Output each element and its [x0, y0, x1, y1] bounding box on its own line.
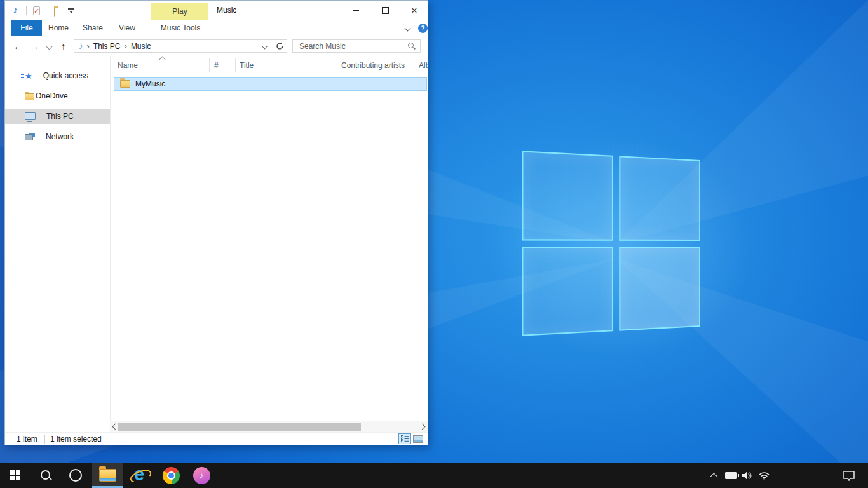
minimize-ribbon-chevron-icon[interactable] — [405, 25, 411, 32]
maximize-icon — [382, 7, 389, 14]
status-bar: 1 item 1 item selected — [5, 432, 428, 445]
tab-share[interactable]: Share — [75, 20, 111, 36]
forward-arrow-icon[interactable]: → — [30, 37, 39, 56]
star-icon: ★ — [25, 71, 32, 81]
taskbar-internet-explorer-button[interactable]: e — [125, 463, 155, 488]
refresh-button[interactable] — [273, 39, 287, 53]
taskbar-itunes-button[interactable]: ♪ — [186, 463, 217, 488]
windows-logo-pane — [619, 247, 700, 331]
file-name: MyMusic — [135, 79, 165, 88]
sidebar-item-label: This PC — [46, 112, 74, 121]
column-header-album[interactable]: Alb — [419, 58, 428, 73]
windows-logo-pane — [522, 151, 613, 240]
tray-battery-button[interactable] — [723, 463, 738, 488]
speaker-icon — [742, 471, 752, 480]
music-note-icon: ♪ — [13, 5, 18, 15]
horizontal-scrollbar[interactable] — [110, 421, 428, 432]
close-icon: × — [411, 5, 417, 17]
folder-icon — [120, 80, 130, 88]
details-view-toggle[interactable] — [398, 433, 411, 444]
recent-locations-chevron-icon[interactable] — [46, 44, 53, 50]
sidebar-item-label: Network — [46, 132, 74, 141]
address-box[interactable]: ♪ › This PC › Music — [74, 39, 273, 53]
file-explorer-window: ♪ ✓ Play Music × File Home Share View Mu… — [4, 0, 428, 445]
ribbon-tab-bar: File Home Share View Music Tools ? — [5, 20, 428, 37]
breadcrumb-chevron-icon: › — [87, 41, 90, 51]
close-button[interactable]: × — [400, 1, 429, 20]
title-bar[interactable]: ♪ ✓ Play Music × — [5, 1, 428, 20]
tray-volume-button[interactable] — [738, 463, 755, 488]
help-icon[interactable]: ? — [418, 24, 428, 33]
tab-file[interactable]: File — [11, 20, 42, 36]
tray-show-hidden-icons-button[interactable] — [705, 463, 722, 488]
folder-icon — [25, 93, 34, 100]
column-separator[interactable] — [416, 58, 416, 72]
search-input[interactable] — [298, 41, 407, 51]
windows-logo-pane — [522, 247, 613, 336]
back-arrow-icon[interactable]: ← — [13, 37, 23, 56]
battery-icon — [725, 472, 737, 479]
windows-start-icon — [10, 470, 20, 480]
maximize-button[interactable] — [370, 1, 400, 20]
tab-music-tools[interactable]: Music Tools — [151, 20, 210, 36]
thumbnails-view-toggle[interactable] — [412, 433, 424, 444]
search-box[interactable] — [292, 39, 421, 53]
up-arrow-icon[interactable]: ↑ — [61, 37, 66, 56]
scroll-right-arrow-icon[interactable] — [417, 421, 428, 432]
separator — [44, 435, 45, 444]
breadcrumb-music[interactable]: Music — [131, 42, 151, 51]
thumbnails-view-icon — [413, 435, 423, 443]
column-separator[interactable] — [235, 58, 236, 72]
sidebar-item-network[interactable]: Network — [5, 129, 110, 144]
taskbar-file-explorer-button[interactable] — [92, 463, 123, 488]
window-title: Music — [217, 1, 236, 20]
action-center-button[interactable] — [835, 463, 863, 488]
file-explorer-icon — [99, 469, 116, 482]
tray-network-button[interactable] — [755, 463, 773, 488]
file-row-mymusic[interactable]: MyMusic — [114, 77, 427, 91]
minimize-button[interactable] — [341, 1, 370, 20]
taskbar-chrome-button[interactable] — [156, 463, 186, 488]
windows-logo-pane — [619, 156, 700, 240]
cortana-icon — [69, 469, 82, 482]
chevron-up-icon — [710, 473, 718, 481]
windows-logo — [522, 151, 700, 336]
sidebar-item-onedrive[interactable]: OneDrive — [5, 88, 110, 104]
details-view-icon — [401, 435, 409, 442]
refresh-icon — [276, 42, 284, 50]
wifi-icon — [758, 471, 770, 480]
taskbar: e ♪ — [0, 463, 868, 488]
address-bar: ← → ↑ ♪ › This PC › Music — [5, 37, 428, 57]
minimize-icon — [353, 10, 359, 11]
breadcrumb-this-pc[interactable]: This PC — [93, 42, 121, 51]
sidebar-item-label: Quick access — [43, 71, 88, 80]
selection-count: 1 item selected — [50, 433, 102, 445]
tab-play[interactable]: Play — [151, 3, 208, 20]
address-dropdown-chevron-icon[interactable] — [262, 43, 268, 50]
chrome-icon — [163, 467, 180, 484]
sidebar-item-quick-access[interactable]: ★ Quick access — [5, 68, 110, 83]
column-separator[interactable] — [337, 58, 337, 72]
properties-check-icon[interactable]: ✓ — [33, 6, 40, 15]
sidebar-item-this-pc[interactable]: This PC — [5, 109, 110, 124]
cortana-button[interactable] — [61, 463, 90, 488]
separator — [71, 6, 71, 15]
itunes-icon: ♪ — [193, 467, 210, 484]
navigation-pane: ★ Quick access OneDrive This PC Network — [5, 56, 110, 421]
start-button[interactable] — [0, 463, 31, 488]
search-icon — [39, 469, 52, 482]
column-separator[interactable] — [209, 58, 210, 72]
action-center-icon — [843, 470, 855, 481]
search-icon[interactable] — [407, 42, 416, 50]
scrollbar-thumb[interactable] — [118, 423, 361, 431]
taskbar-search-button[interactable] — [31, 463, 61, 488]
computer-icon — [25, 112, 36, 120]
column-header-number[interactable]: # — [214, 58, 233, 73]
tab-home[interactable]: Home — [42, 20, 75, 36]
separator — [26, 6, 27, 15]
sidebar-item-label: OneDrive — [36, 92, 68, 100]
column-header-contributing-artists[interactable]: Contributing artists — [341, 58, 414, 73]
tab-view[interactable]: View — [111, 20, 144, 36]
column-header-name[interactable]: Name — [118, 58, 207, 73]
column-header-title[interactable]: Title — [240, 58, 334, 73]
